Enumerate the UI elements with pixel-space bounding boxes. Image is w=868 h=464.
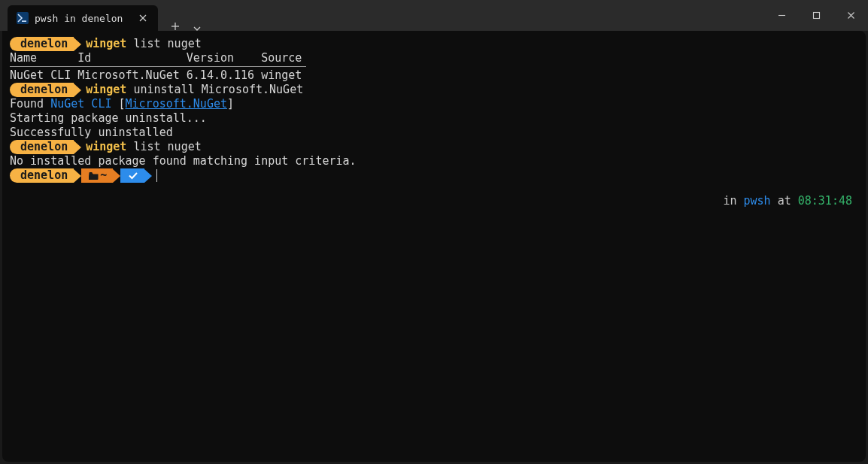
close-window-button[interactable] (833, 0, 868, 31)
tab-title: pwsh in denelon (35, 13, 129, 24)
command-args: list nuget (126, 37, 201, 50)
svg-rect-6 (813, 13, 819, 19)
prompt-path: ~ (100, 168, 107, 183)
prompt-user: denelon (20, 168, 68, 183)
output-text: ] (227, 97, 234, 111)
terminal-line: Found NuGet CLI [Microsoft.NuGet] (10, 97, 858, 111)
maximize-icon (812, 11, 821, 20)
command-keyword: winget (86, 140, 126, 153)
check-icon (128, 171, 138, 180)
command-text: winget list nuget (86, 140, 202, 154)
command-args: uninstall Microsoft.NuGet (126, 83, 303, 96)
tab-active[interactable]: pwsh in denelon (8, 5, 158, 31)
terminal-line: denelon winget list nuget (10, 37, 858, 51)
command-keyword: winget (86, 83, 126, 96)
terminal-line: denelon winget uninstall Microsoft.NuGet (10, 83, 858, 97)
status-shell: pwsh (744, 194, 771, 208)
output-text: [ (111, 97, 125, 111)
powershell-icon (17, 12, 29, 24)
close-icon (847, 11, 855, 20)
command-text: winget uninstall Microsoft.NuGet (86, 83, 303, 97)
prompt-user: denelon (20, 83, 68, 97)
window-controls (764, 0, 868, 31)
status-time: 08:31:48 (798, 194, 852, 208)
terminal-viewport[interactable]: denelon winget list nuget Name Id Versio… (2, 31, 866, 462)
prompt-right-status: in pwsh at 08:31:48 (682, 180, 852, 223)
prompt-user-segment: denelon (10, 168, 74, 183)
terminal-line: Successfully uninstalled (10, 126, 858, 140)
package-name: NuGet CLI (50, 97, 111, 111)
status-label-at: at (771, 194, 798, 208)
prompt-separator-icon (144, 169, 152, 183)
tab-strip: pwsh in denelon (0, 0, 206, 31)
table-header: Name Id Version Source (10, 51, 858, 65)
output-text: Found (10, 97, 50, 111)
close-icon (139, 14, 147, 22)
terminal-line: No installed package found matching inpu… (10, 154, 858, 168)
table-divider (10, 66, 306, 67)
terminal-line: denelon winget list nuget (10, 140, 858, 154)
minimize-button[interactable] (764, 0, 799, 31)
prompt-user: denelon (20, 140, 68, 154)
minimize-icon (778, 11, 786, 20)
prompt-separator-icon (74, 83, 81, 97)
prompt-separator-icon (74, 169, 81, 183)
prompt-separator-icon (113, 169, 120, 183)
command-keyword: winget (86, 37, 126, 50)
plus-icon (171, 22, 180, 31)
package-id: Microsoft.NuGet (126, 97, 227, 111)
prompt-user-segment: denelon (10, 140, 74, 154)
terminal-window: pwsh in denelon (0, 0, 868, 464)
command-text: winget list nuget (86, 37, 202, 51)
maximize-button[interactable] (799, 0, 833, 31)
new-tab-button[interactable] (162, 22, 188, 31)
status-label-in: in (723, 194, 743, 208)
table-row: NuGet CLI Microsoft.NuGet 6.14.0.116 win… (10, 68, 858, 83)
title-bar: pwsh in denelon (0, 0, 868, 31)
prompt-separator-icon (74, 141, 81, 154)
tab-close-button[interactable] (135, 11, 150, 26)
prompt-status-segment (120, 168, 144, 183)
prompt-path-segment: ~ (81, 168, 113, 183)
title-bar-drag-area[interactable] (206, 0, 764, 31)
prompt-user-segment: denelon (10, 83, 74, 97)
terminal-line: Starting package uninstall... (10, 111, 858, 126)
folder-icon (89, 171, 99, 180)
terminal-cursor (156, 169, 157, 182)
prompt-user-segment: denelon (10, 37, 74, 51)
prompt-user: denelon (20, 37, 68, 51)
command-args: list nuget (126, 140, 201, 153)
prompt-separator-icon (74, 38, 81, 51)
